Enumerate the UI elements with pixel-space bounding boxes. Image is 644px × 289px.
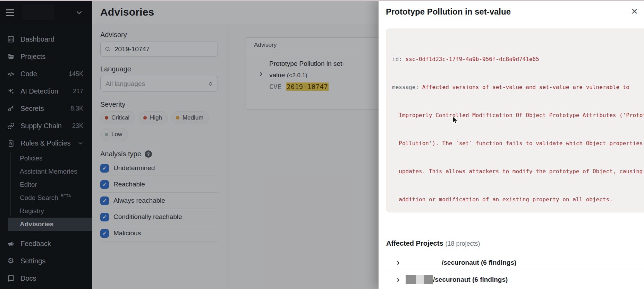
project-name: /securonaut (6 findings) [442, 259, 516, 266]
advisory-detail-drawer: Prototype Pollution in set-value × id: s… [379, 0, 644, 289]
affected-projects-heading: Affected Projects(18 projects) [386, 239, 480, 247]
section-divider [386, 229, 644, 229]
drawer-backdrop[interactable] [0, 0, 379, 289]
app-window: Dashboard Projects </> Code 145K AI Dete… [0, 0, 644, 289]
drawer-title: Prototype Pollution in set-value [386, 7, 511, 17]
close-icon[interactable]: × [630, 4, 639, 18]
org-name-redacted [406, 258, 442, 267]
org-name-redacted [406, 275, 433, 284]
expand-chevron-right-icon[interactable] [396, 260, 401, 265]
top-border-artifact [0, 0, 644, 1]
expand-chevron-right-icon[interactable] [396, 277, 401, 282]
affected-projects-count: (18 projects) [446, 240, 480, 247]
project-row[interactable]: /securonaut (6 findings) [386, 254, 644, 271]
project-row[interactable]: /securonaut (6 findings) [386, 271, 644, 288]
advisory-yaml-code: id: ssc-0df1d23c-17f9-4a9b-956f-dc8a9d74… [386, 28, 644, 212]
project-name: /securonaut (6 findings) [433, 276, 508, 283]
affected-projects-list: /securonaut (6 findings) /securonaut (6 … [386, 254, 644, 288]
